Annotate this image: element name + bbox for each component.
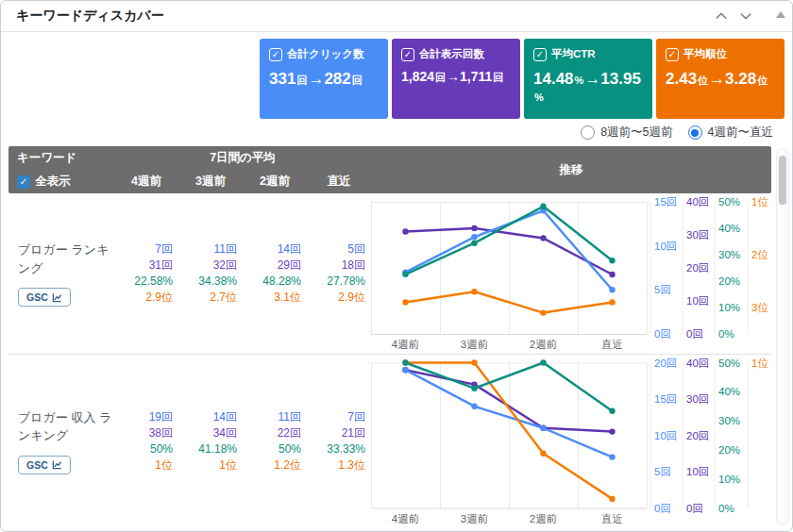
card-average-rank: 平均順位 2.43位→3.28位 xyxy=(656,39,785,119)
svg-text:0回: 0回 xyxy=(686,328,703,340)
svg-text:0%: 0% xyxy=(718,503,734,514)
rank-value: 1位 xyxy=(178,457,237,474)
clicks-value: 11回 xyxy=(243,409,301,425)
clicks-value: 7回 xyxy=(307,409,365,425)
keyword-name: ブロガー 収入 ランキング xyxy=(18,408,114,445)
rank-value: 2.9位 xyxy=(114,290,173,306)
card-value: 14.48%→13.95% xyxy=(533,68,643,105)
svg-text:20%: 20% xyxy=(718,444,740,456)
week-header-recent: 直近 xyxy=(307,170,371,193)
chart-icon xyxy=(52,292,62,303)
ctr-value: 33.33% xyxy=(307,441,365,457)
svg-text:20回: 20回 xyxy=(654,357,677,369)
table-row: ブロガー 収入 ランキング GSC 19回 38回 50% 1位 14回 34回… xyxy=(8,354,771,527)
svg-text:10%: 10% xyxy=(718,474,740,485)
week-values-recent: 7回 21回 33.33% 1.3位 xyxy=(307,355,371,527)
svg-text:直近: 直近 xyxy=(600,513,623,524)
rank-value: 1位 xyxy=(114,457,173,474)
show-all-label: 全表示 xyxy=(35,174,71,190)
chevron-down-icon xyxy=(738,8,753,24)
svg-text:4週前: 4週前 xyxy=(392,339,420,350)
trend-chart: 4週前3週前2週前直近15回10回5回0回40回30回20回10回0回50%40… xyxy=(371,193,771,354)
clicks-value: 11回 xyxy=(178,241,237,258)
ctr-value: 50% xyxy=(114,441,173,457)
svg-text:0回: 0回 xyxy=(686,503,703,514)
svg-text:0回: 0回 xyxy=(654,328,671,340)
card-label: 平均順位 xyxy=(683,47,727,61)
radio-older-period[interactable]: 8週前〜5週前 xyxy=(581,125,672,141)
svg-text:40%: 40% xyxy=(718,223,740,234)
rank-value: 3.1位 xyxy=(243,290,301,306)
ctr-value: 48.28% xyxy=(243,274,301,290)
radio-label: 4週前〜直近 xyxy=(708,125,773,141)
svg-text:10%: 10% xyxy=(718,302,740,313)
svg-text:50%: 50% xyxy=(718,196,740,208)
clicks-value: 19回 xyxy=(114,409,173,425)
gsc-label: GSC xyxy=(26,459,48,471)
show-all-control: 全表示 xyxy=(8,170,114,193)
trend-column-header: 推移 xyxy=(371,146,771,193)
svg-text:40回: 40回 xyxy=(686,196,709,208)
clicks-value: 5回 xyxy=(307,241,365,258)
card-value: 2.43位→3.28位 xyxy=(666,68,775,91)
clicks-value: 14回 xyxy=(243,241,301,258)
gsc-button[interactable]: GSC xyxy=(18,288,71,307)
period-toggle: 8週前〜5週前 4週前〜直近 xyxy=(1,123,792,146)
week-values-3w: 11回 32回 34.38% 2.7位 xyxy=(178,193,243,354)
week-values-4w: 19回 38回 50% 1位 xyxy=(114,355,178,527)
radio-icon xyxy=(581,125,595,140)
svg-text:2週前: 2週前 xyxy=(530,339,558,350)
radio-recent-period[interactable]: 4週前〜直近 xyxy=(688,125,773,141)
svg-text:4週前: 4週前 xyxy=(392,513,420,524)
scrollbar-track[interactable] xyxy=(776,148,789,525)
ctr-value: 22.58% xyxy=(114,274,173,290)
chevron-up-icon xyxy=(714,8,729,24)
radio-selected-icon xyxy=(688,125,702,140)
card-label: 合計クリック数 xyxy=(287,47,364,61)
table-row: ブロガー ランキング GSC 7回 31回 22.58% 2.9位 11回 32… xyxy=(8,193,771,354)
impressions-value: 22回 xyxy=(243,425,301,441)
gsc-button[interactable]: GSC xyxy=(18,456,71,474)
trend-chart-cell: 4週前3週前2週前直近20回15回10回5回0回40回30回20回10回0回50… xyxy=(371,355,771,527)
week-values-3w: 14回 34回 41.18% 1位 xyxy=(178,355,243,527)
week-values-recent: 5回 18回 27.78% 2.9位 xyxy=(307,193,371,354)
impressions-value: 29回 xyxy=(243,258,301,274)
week-values-2w: 14回 29回 48.28% 3.1位 xyxy=(243,193,307,354)
collapse-up-button[interactable] xyxy=(709,5,734,27)
ctr-value: 41.18% xyxy=(178,441,237,457)
scroll-up-arrow-icon[interactable] xyxy=(776,11,785,18)
rank-value: 1.3位 xyxy=(307,457,365,474)
rank-value: 1.2位 xyxy=(243,457,301,474)
checkbox-total-clicks[interactable] xyxy=(269,48,282,61)
checkbox-average-ctr[interactable] xyxy=(533,48,547,61)
rank-value: 2.7位 xyxy=(178,290,237,306)
clicks-value: 14回 xyxy=(178,409,237,425)
titlebar: キーワードディスカバー xyxy=(1,1,792,32)
svg-text:50%: 50% xyxy=(718,357,740,369)
keyword-cell: ブロガー 収入 ランキング GSC xyxy=(8,355,114,527)
show-all-checkbox[interactable] xyxy=(17,175,30,189)
impressions-value: 31回 xyxy=(114,258,173,274)
svg-text:3位: 3位 xyxy=(751,302,768,313)
svg-text:20回: 20回 xyxy=(686,430,709,441)
keyword-column-header: キーワード xyxy=(8,146,114,170)
svg-text:2位: 2位 xyxy=(751,249,768,260)
keyword-name: ブロガー ランキング xyxy=(18,241,114,277)
gsc-label: GSC xyxy=(26,291,48,303)
checkbox-average-rank[interactable] xyxy=(666,48,679,61)
table-header: キーワード 7日間の平均 推移 全表示 4週前 3週前 2週前 直近 xyxy=(8,146,771,193)
scrollbar-thumb[interactable] xyxy=(779,156,786,205)
checkbox-total-impressions[interactable] xyxy=(401,48,414,61)
svg-text:3週前: 3週前 xyxy=(461,513,489,524)
radio-label: 8週前〜5週前 xyxy=(600,125,672,141)
collapse-down-button[interactable] xyxy=(734,5,758,27)
svg-text:1位: 1位 xyxy=(751,196,768,208)
svg-text:10回: 10回 xyxy=(686,466,709,477)
svg-text:30%: 30% xyxy=(718,415,740,426)
ctr-value: 27.78% xyxy=(307,274,365,290)
week-values-2w: 11回 22回 50% 1.2位 xyxy=(243,355,307,527)
ctr-value: 34.38% xyxy=(178,274,237,290)
average-column-header: 7日間の平均 xyxy=(114,146,371,170)
chart-icon xyxy=(52,459,62,470)
svg-text:10回: 10回 xyxy=(654,241,677,252)
